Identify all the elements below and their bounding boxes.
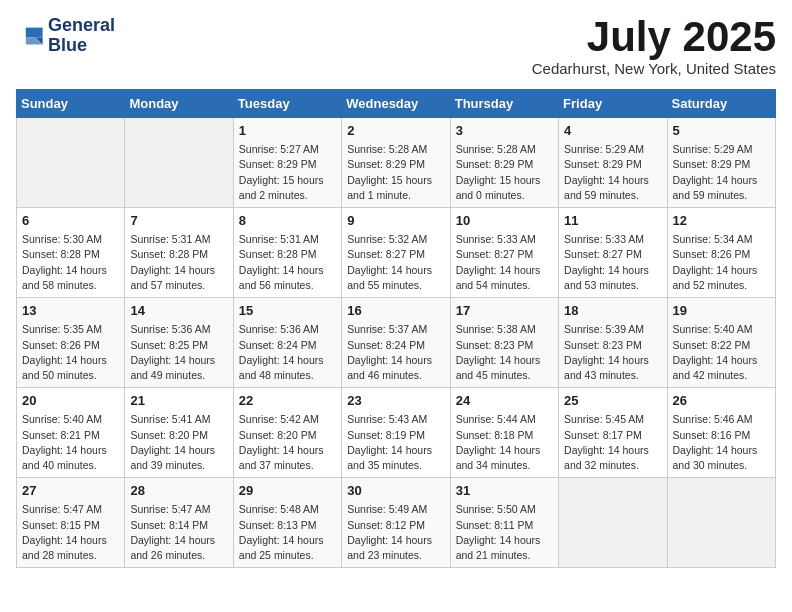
day-number: 23 [347, 392, 444, 410]
cell-sun-info: Sunrise: 5:39 AMSunset: 8:23 PMDaylight:… [564, 322, 661, 383]
week-row-3: 13Sunrise: 5:35 AMSunset: 8:26 PMDayligh… [17, 298, 776, 388]
week-row-5: 27Sunrise: 5:47 AMSunset: 8:15 PMDayligh… [17, 478, 776, 568]
month-title: July 2025 [532, 16, 776, 58]
cell-sun-info: Sunrise: 5:37 AMSunset: 8:24 PMDaylight:… [347, 322, 444, 383]
calendar-cell: 15Sunrise: 5:36 AMSunset: 8:24 PMDayligh… [233, 298, 341, 388]
day-number: 27 [22, 482, 119, 500]
calendar-cell: 3Sunrise: 5:28 AMSunset: 8:29 PMDaylight… [450, 118, 558, 208]
day-number: 25 [564, 392, 661, 410]
calendar-cell: 5Sunrise: 5:29 AMSunset: 8:29 PMDaylight… [667, 118, 775, 208]
day-number: 12 [673, 212, 770, 230]
calendar-header: SundayMondayTuesdayWednesdayThursdayFrid… [17, 90, 776, 118]
cell-sun-info: Sunrise: 5:28 AMSunset: 8:29 PMDaylight:… [456, 142, 553, 203]
calendar-cell [125, 118, 233, 208]
cell-sun-info: Sunrise: 5:30 AMSunset: 8:28 PMDaylight:… [22, 232, 119, 293]
day-number: 18 [564, 302, 661, 320]
header-day-friday: Friday [559, 90, 667, 118]
calendar-cell: 22Sunrise: 5:42 AMSunset: 8:20 PMDayligh… [233, 388, 341, 478]
cell-sun-info: Sunrise: 5:46 AMSunset: 8:16 PMDaylight:… [673, 412, 770, 473]
calendar-cell: 24Sunrise: 5:44 AMSunset: 8:18 PMDayligh… [450, 388, 558, 478]
day-number: 5 [673, 122, 770, 140]
calendar-cell: 28Sunrise: 5:47 AMSunset: 8:14 PMDayligh… [125, 478, 233, 568]
calendar-cell: 20Sunrise: 5:40 AMSunset: 8:21 PMDayligh… [17, 388, 125, 478]
calendar-cell: 23Sunrise: 5:43 AMSunset: 8:19 PMDayligh… [342, 388, 450, 478]
week-row-4: 20Sunrise: 5:40 AMSunset: 8:21 PMDayligh… [17, 388, 776, 478]
calendar-cell: 1Sunrise: 5:27 AMSunset: 8:29 PMDaylight… [233, 118, 341, 208]
calendar-cell: 29Sunrise: 5:48 AMSunset: 8:13 PMDayligh… [233, 478, 341, 568]
cell-sun-info: Sunrise: 5:44 AMSunset: 8:18 PMDaylight:… [456, 412, 553, 473]
day-number: 6 [22, 212, 119, 230]
cell-sun-info: Sunrise: 5:43 AMSunset: 8:19 PMDaylight:… [347, 412, 444, 473]
day-number: 4 [564, 122, 661, 140]
calendar-cell: 30Sunrise: 5:49 AMSunset: 8:12 PMDayligh… [342, 478, 450, 568]
cell-sun-info: Sunrise: 5:31 AMSunset: 8:28 PMDaylight:… [239, 232, 336, 293]
header-day-tuesday: Tuesday [233, 90, 341, 118]
day-number: 15 [239, 302, 336, 320]
svg-marker-0 [26, 27, 43, 37]
cell-sun-info: Sunrise: 5:40 AMSunset: 8:21 PMDaylight:… [22, 412, 119, 473]
cell-sun-info: Sunrise: 5:32 AMSunset: 8:27 PMDaylight:… [347, 232, 444, 293]
calendar-cell: 11Sunrise: 5:33 AMSunset: 8:27 PMDayligh… [559, 208, 667, 298]
calendar-table: SundayMondayTuesdayWednesdayThursdayFrid… [16, 89, 776, 568]
day-number: 24 [456, 392, 553, 410]
day-number: 10 [456, 212, 553, 230]
day-number: 3 [456, 122, 553, 140]
calendar-cell: 17Sunrise: 5:38 AMSunset: 8:23 PMDayligh… [450, 298, 558, 388]
calendar-cell: 19Sunrise: 5:40 AMSunset: 8:22 PMDayligh… [667, 298, 775, 388]
day-number: 28 [130, 482, 227, 500]
cell-sun-info: Sunrise: 5:27 AMSunset: 8:29 PMDaylight:… [239, 142, 336, 203]
header-day-sunday: Sunday [17, 90, 125, 118]
calendar-cell: 26Sunrise: 5:46 AMSunset: 8:16 PMDayligh… [667, 388, 775, 478]
cell-sun-info: Sunrise: 5:33 AMSunset: 8:27 PMDaylight:… [456, 232, 553, 293]
day-number: 26 [673, 392, 770, 410]
cell-sun-info: Sunrise: 5:29 AMSunset: 8:29 PMDaylight:… [673, 142, 770, 203]
page-header: General Blue July 2025 Cedarhurst, New Y… [16, 16, 776, 77]
cell-sun-info: Sunrise: 5:45 AMSunset: 8:17 PMDaylight:… [564, 412, 661, 473]
calendar-cell: 2Sunrise: 5:28 AMSunset: 8:29 PMDaylight… [342, 118, 450, 208]
logo: General Blue [16, 16, 115, 56]
day-number: 13 [22, 302, 119, 320]
calendar-cell [17, 118, 125, 208]
header-row: SundayMondayTuesdayWednesdayThursdayFrid… [17, 90, 776, 118]
cell-sun-info: Sunrise: 5:35 AMSunset: 8:26 PMDaylight:… [22, 322, 119, 383]
day-number: 16 [347, 302, 444, 320]
calendar-cell: 21Sunrise: 5:41 AMSunset: 8:20 PMDayligh… [125, 388, 233, 478]
day-number: 29 [239, 482, 336, 500]
day-number: 19 [673, 302, 770, 320]
calendar-cell: 16Sunrise: 5:37 AMSunset: 8:24 PMDayligh… [342, 298, 450, 388]
day-number: 22 [239, 392, 336, 410]
calendar-cell: 9Sunrise: 5:32 AMSunset: 8:27 PMDaylight… [342, 208, 450, 298]
day-number: 1 [239, 122, 336, 140]
calendar-cell: 7Sunrise: 5:31 AMSunset: 8:28 PMDaylight… [125, 208, 233, 298]
day-number: 9 [347, 212, 444, 230]
cell-sun-info: Sunrise: 5:36 AMSunset: 8:25 PMDaylight:… [130, 322, 227, 383]
logo-text: General Blue [48, 16, 115, 56]
calendar-cell: 4Sunrise: 5:29 AMSunset: 8:29 PMDaylight… [559, 118, 667, 208]
day-number: 7 [130, 212, 227, 230]
cell-sun-info: Sunrise: 5:31 AMSunset: 8:28 PMDaylight:… [130, 232, 227, 293]
day-number: 8 [239, 212, 336, 230]
day-number: 17 [456, 302, 553, 320]
title-block: July 2025 Cedarhurst, New York, United S… [532, 16, 776, 77]
header-day-wednesday: Wednesday [342, 90, 450, 118]
cell-sun-info: Sunrise: 5:29 AMSunset: 8:29 PMDaylight:… [564, 142, 661, 203]
day-number: 30 [347, 482, 444, 500]
cell-sun-info: Sunrise: 5:42 AMSunset: 8:20 PMDaylight:… [239, 412, 336, 473]
location: Cedarhurst, New York, United States [532, 60, 776, 77]
calendar-cell: 25Sunrise: 5:45 AMSunset: 8:17 PMDayligh… [559, 388, 667, 478]
calendar-cell [559, 478, 667, 568]
cell-sun-info: Sunrise: 5:50 AMSunset: 8:11 PMDaylight:… [456, 502, 553, 563]
header-day-thursday: Thursday [450, 90, 558, 118]
cell-sun-info: Sunrise: 5:36 AMSunset: 8:24 PMDaylight:… [239, 322, 336, 383]
day-number: 21 [130, 392, 227, 410]
header-day-saturday: Saturday [667, 90, 775, 118]
day-number: 20 [22, 392, 119, 410]
logo-icon [16, 22, 44, 50]
cell-sun-info: Sunrise: 5:48 AMSunset: 8:13 PMDaylight:… [239, 502, 336, 563]
cell-sun-info: Sunrise: 5:47 AMSunset: 8:15 PMDaylight:… [22, 502, 119, 563]
cell-sun-info: Sunrise: 5:40 AMSunset: 8:22 PMDaylight:… [673, 322, 770, 383]
calendar-cell [667, 478, 775, 568]
day-number: 31 [456, 482, 553, 500]
cell-sun-info: Sunrise: 5:34 AMSunset: 8:26 PMDaylight:… [673, 232, 770, 293]
day-number: 2 [347, 122, 444, 140]
